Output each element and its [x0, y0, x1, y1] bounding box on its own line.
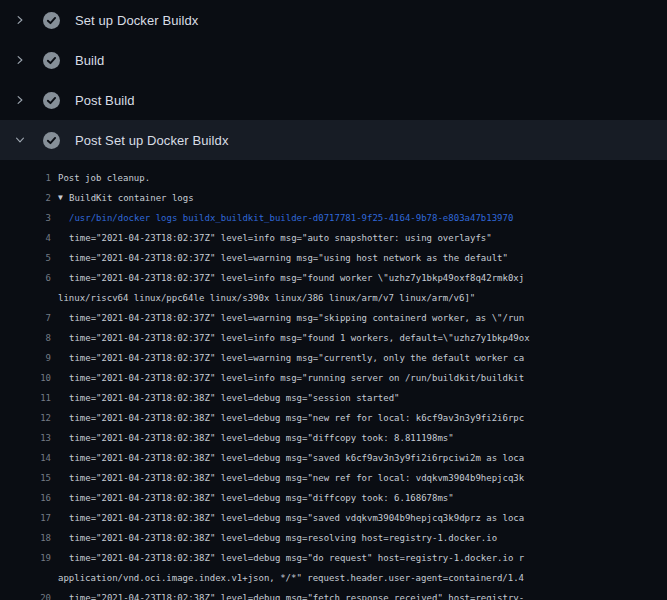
line-number[interactable]: 2: [7, 188, 51, 208]
step-row-post-build[interactable]: Post Build: [0, 80, 667, 120]
log-line: 19time="2021-04-23T18:02:38Z" level=debu…: [0, 548, 667, 568]
chevron-right-icon: [12, 52, 28, 68]
log-line: 8time="2021-04-23T18:02:37Z" level=info …: [0, 328, 667, 348]
line-number[interactable]: 3: [7, 208, 51, 228]
log-text: time="2021-04-23T18:02:37Z" level=warnin…: [69, 308, 524, 328]
chevron-down-icon: [12, 132, 28, 148]
log-line: 11time="2021-04-23T18:02:38Z" level=debu…: [0, 388, 667, 408]
actions-log-viewer: Set up Docker BuildxBuildPost BuildPost …: [0, 0, 667, 600]
log-line: 9time="2021-04-23T18:02:37Z" level=warni…: [0, 348, 667, 368]
line-number[interactable]: 7: [7, 308, 51, 328]
line-number[interactable]: 18: [7, 528, 51, 548]
check-circle-icon: [43, 92, 60, 109]
log-text: time="2021-04-23T18:02:38Z" level=debug …: [69, 388, 400, 408]
log-text: time="2021-04-23T18:02:38Z" level=debug …: [69, 548, 524, 568]
line-number[interactable]: 9: [7, 348, 51, 368]
log-text: BuildKit container logs: [69, 188, 194, 208]
log-text: time="2021-04-23T18:02:37Z" level=info m…: [69, 328, 530, 348]
log-line: 14time="2021-04-23T18:02:38Z" level=debu…: [0, 448, 667, 468]
log-text: time="2021-04-23T18:02:38Z" level=debug …: [69, 468, 524, 488]
log-line: 12time="2021-04-23T18:02:38Z" level=debu…: [0, 408, 667, 428]
line-number[interactable]: 10: [7, 368, 51, 388]
step-label: Post Build: [75, 93, 135, 108]
log-line: 18time="2021-04-23T18:02:38Z" level=debu…: [0, 528, 667, 548]
line-number[interactable]: 13: [7, 428, 51, 448]
log-text: linux/riscv64 linux/ppc64le linux/s390x …: [58, 288, 475, 308]
log-line: application/vnd.oci.image.index.v1+json,…: [0, 568, 667, 588]
step-row-build[interactable]: Build: [0, 40, 667, 80]
log-text: time="2021-04-23T18:02:38Z" level=debug …: [69, 588, 524, 600]
log-text: time="2021-04-23T18:02:37Z" level=warnin…: [69, 248, 508, 268]
line-number[interactable]: 20: [7, 588, 51, 600]
check-circle-icon: [43, 12, 60, 29]
log-line: 15time="2021-04-23T18:02:38Z" level=debu…: [0, 468, 667, 488]
check-circle-icon: [43, 132, 60, 149]
log-line: 4time="2021-04-23T18:02:37Z" level=info …: [0, 228, 667, 248]
line-number[interactable]: 11: [7, 388, 51, 408]
line-number[interactable]: 4: [7, 228, 51, 248]
log-text: time="2021-04-23T18:02:37Z" level=info m…: [69, 268, 524, 288]
log-text: Post job cleanup.: [58, 168, 150, 188]
log-line: 1Post job cleanup.: [0, 168, 667, 188]
line-number: [7, 288, 51, 308]
log-text: time="2021-04-23T18:02:37Z" level=info m…: [69, 368, 524, 388]
log-line: 20time="2021-04-23T18:02:38Z" level=debu…: [0, 588, 667, 600]
line-number[interactable]: 16: [7, 488, 51, 508]
step-label: Build: [75, 53, 104, 68]
line-number[interactable]: 5: [7, 248, 51, 268]
log-text: time="2021-04-23T18:02:37Z" level=warnin…: [69, 348, 524, 368]
log-line: 16time="2021-04-23T18:02:38Z" level=debu…: [0, 488, 667, 508]
line-number[interactable]: 8: [7, 328, 51, 348]
step-label: Post Set up Docker Buildx: [75, 133, 229, 148]
line-number[interactable]: 12: [7, 408, 51, 428]
chevron-right-icon: [12, 12, 28, 28]
log-line: 7time="2021-04-23T18:02:37Z" level=warni…: [0, 308, 667, 328]
log-text: time="2021-04-23T18:02:38Z" level=debug …: [69, 428, 454, 448]
check-circle-icon: [43, 52, 60, 69]
log-text: time="2021-04-23T18:02:38Z" level=debug …: [69, 488, 454, 508]
step-list: Set up Docker BuildxBuildPost BuildPost …: [0, 0, 667, 160]
step-label: Set up Docker Buildx: [75, 13, 198, 28]
chevron-right-icon: [12, 92, 28, 108]
group-collapse-icon[interactable]: ▼: [58, 188, 69, 208]
line-number: [7, 568, 51, 588]
step-row-set-up-docker-buildx[interactable]: Set up Docker Buildx: [0, 0, 667, 40]
log-line: 13time="2021-04-23T18:02:38Z" level=debu…: [0, 428, 667, 448]
line-number[interactable]: 1: [7, 168, 51, 188]
log-line: 5time="2021-04-23T18:02:37Z" level=warni…: [0, 248, 667, 268]
log-text: time="2021-04-23T18:02:38Z" level=debug …: [69, 508, 524, 528]
step-row-post-set-up-docker-buildx[interactable]: Post Set up Docker Buildx: [0, 120, 667, 160]
command-text: /usr/bin/docker logs buildx_buildkit_bui…: [69, 208, 513, 228]
log-line: 6time="2021-04-23T18:02:37Z" level=info …: [0, 268, 667, 288]
line-number[interactable]: 15: [7, 468, 51, 488]
log-text: application/vnd.oci.image.index.v1+json,…: [58, 568, 524, 588]
log-line: 17time="2021-04-23T18:02:38Z" level=debu…: [0, 508, 667, 528]
log-text: time="2021-04-23T18:02:38Z" level=debug …: [69, 448, 524, 468]
log-panel: 1Post job cleanup.2▼BuildKit container l…: [0, 168, 667, 600]
log-text: time="2021-04-23T18:02:38Z" level=debug …: [69, 528, 497, 548]
line-number[interactable]: 6: [7, 268, 51, 288]
log-line: 2▼BuildKit container logs: [0, 188, 667, 208]
log-line: 3/usr/bin/docker logs buildx_buildkit_bu…: [0, 208, 667, 228]
line-number[interactable]: 14: [7, 448, 51, 468]
log-line: linux/riscv64 linux/ppc64le linux/s390x …: [0, 288, 667, 308]
log-line: 10time="2021-04-23T18:02:37Z" level=info…: [0, 368, 667, 388]
log-text: time="2021-04-23T18:02:38Z" level=debug …: [69, 408, 524, 428]
line-number[interactable]: 17: [7, 508, 51, 528]
line-number[interactable]: 19: [7, 548, 51, 568]
log-text: time="2021-04-23T18:02:37Z" level=info m…: [69, 228, 492, 248]
